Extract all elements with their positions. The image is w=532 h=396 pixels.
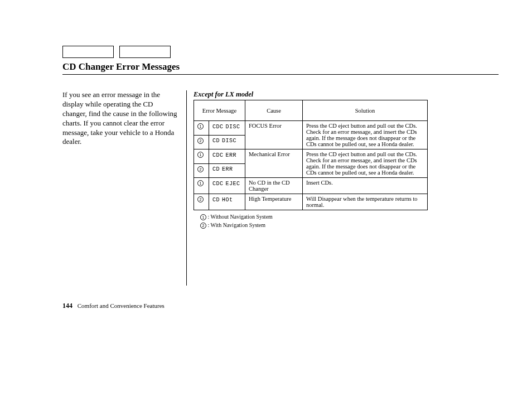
lcd-cell: CDC EJEC (209, 178, 245, 194)
lcd-cell: CDC DISC (209, 121, 245, 136)
page-title: CD Changer Error Messages (62, 61, 499, 74)
solution-cell: Insert CDs. (303, 178, 428, 194)
error-table: Error Message Cause Solution 1 CDC DISC … (194, 100, 428, 210)
cause-cell: No CD in the CD Changer (245, 178, 303, 194)
ref-mark: 2 (194, 194, 209, 210)
table-row: 1 CDC EJEC No CD in the CD Changer Inser… (194, 178, 428, 194)
page-number: 144 (62, 302, 72, 310)
lcd-cell: CDC ERR (209, 149, 245, 164)
header-error-message: Error Message (194, 100, 245, 121)
manual-page: CD Changer Error Messages If you see an … (0, 0, 532, 396)
header-link-boxes (62, 46, 499, 58)
content-columns: If you see an error message in the displ… (62, 90, 499, 286)
solution-cell: Press the CD eject button and pull out t… (303, 149, 428, 178)
page-footer: 144 Comfort and Convenience Features (62, 302, 165, 310)
table-row: 1 CDC ERR Mechanical Error Press the CD … (194, 149, 428, 164)
header-cause: Cause (245, 100, 303, 121)
header-box-2 (119, 46, 171, 58)
legend-line: 2 : With Navigation System (200, 221, 499, 229)
solution-cell: Will Disappear when the temperature retu… (303, 194, 428, 210)
header-box-1 (62, 46, 114, 58)
intro-paragraph: If you see an error message in the displ… (62, 90, 186, 286)
ref-mark: 1 (194, 121, 209, 136)
table-header-row: Error Message Cause Solution (194, 100, 428, 121)
section-name: Comfort and Convenience Features (78, 302, 165, 309)
lcd-cell: CD ERR (209, 163, 245, 178)
ref-mark: 2 (194, 163, 209, 178)
ref-mark: 2 (194, 135, 209, 149)
lcd-cell: CD DISC (209, 135, 245, 149)
title-rule (62, 74, 499, 75)
table-column: Except for LX model Error Message Cause … (187, 90, 499, 286)
cause-cell: FOCUS Error (245, 121, 303, 149)
cause-cell: High Temperature (245, 194, 303, 210)
table-caption: Except for LX model (194, 90, 499, 99)
table-legend: 1 : Without Navigation System 2 : With N… (194, 213, 499, 229)
header-solution: Solution (303, 100, 428, 121)
solution-cell: Press the CD eject button and pull out t… (303, 121, 428, 149)
legend-line: 1 : Without Navigation System (200, 213, 499, 221)
cause-cell: Mechanical Error (245, 149, 303, 178)
lcd-cell: CD HOt (209, 194, 245, 210)
table-row: 1 CDC DISC FOCUS Error Press the CD ejec… (194, 121, 428, 136)
table-row: 2 CD HOt High Temperature Will Disappear… (194, 194, 428, 210)
ref-mark: 1 (194, 149, 209, 164)
ref-mark: 1 (194, 178, 209, 194)
